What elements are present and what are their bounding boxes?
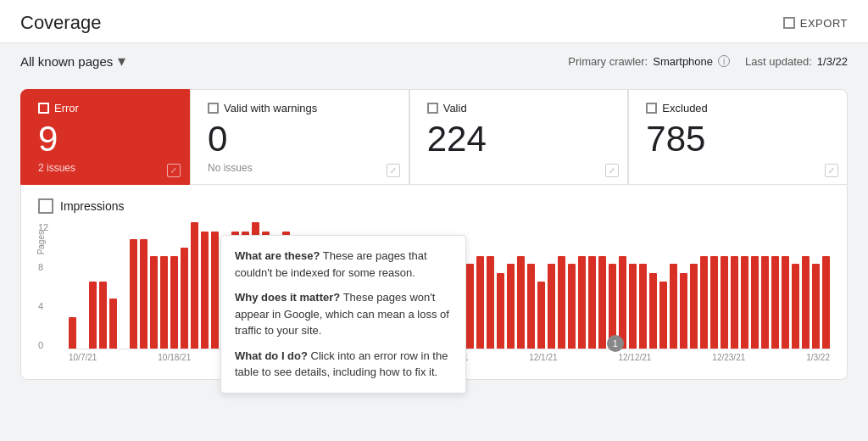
x-label-5: 12/1/21 [529, 353, 557, 362]
valid-card-header: Valid [427, 102, 611, 114]
impressions-label: Impressions [60, 199, 124, 213]
bar-14[interactable] [211, 232, 219, 349]
error-card-header: Error [38, 102, 172, 114]
bar-46[interactable] [537, 282, 545, 349]
bar-65[interactable] [731, 256, 738, 349]
bar-55[interactable] [629, 264, 637, 349]
primary-crawler-info-icon[interactable]: i [718, 55, 730, 67]
y-label-8: 8 [38, 262, 62, 272]
bar-43[interactable] [507, 264, 515, 349]
bar-7[interactable] [140, 239, 147, 349]
bar-54[interactable] [619, 256, 626, 349]
bar-9[interactable] [160, 256, 168, 349]
bar-49[interactable] [568, 264, 576, 349]
bar-11[interactable] [181, 248, 188, 349]
excluded-card-label: Excluded [662, 102, 707, 114]
bar-40[interactable] [476, 256, 484, 349]
primary-crawler-label: Primary crawler: [568, 55, 648, 68]
bar-6[interactable] [130, 239, 137, 349]
error-card-checkbox-icon[interactable] [38, 103, 49, 114]
bar-67[interactable] [751, 256, 759, 349]
y-label-pages: Pages [36, 231, 46, 254]
bar-48[interactable] [558, 256, 565, 349]
pages-dropdown[interactable]: All known pages ▾ [20, 52, 125, 70]
bar-69[interactable] [771, 256, 779, 349]
last-updated-value: 1/3/22 [817, 55, 848, 68]
tooltip: What are these? These are pages that cou… [220, 235, 466, 394]
error-card-subtitle: 2 issues [38, 162, 172, 174]
valid-warnings-card-number: 0 [208, 120, 392, 159]
valid-card: Valid 224 ⤢ [409, 89, 629, 185]
cards-row: Error 9 2 issues ⤢ Valid with warnings 0… [20, 89, 848, 185]
bar-66[interactable] [741, 256, 748, 349]
valid-warnings-card-checkbox-icon[interactable] [208, 103, 219, 114]
bar-10[interactable] [170, 256, 178, 349]
bar-2[interactable] [89, 282, 97, 349]
dropdown-label: All known pages [20, 54, 113, 69]
excluded-card-checkbox-icon[interactable] [646, 103, 657, 114]
x-label-6: 12/12/21 [618, 353, 651, 362]
circle-marker[interactable]: 1 [607, 335, 624, 352]
bar-4[interactable] [109, 299, 117, 349]
bar-0[interactable] [69, 317, 76, 349]
bar-45[interactable] [527, 264, 535, 349]
chart-area: Impressions Pages 12 8 4 0 1 [20, 185, 848, 380]
bar-41[interactable] [487, 256, 494, 349]
bar-8[interactable] [150, 256, 158, 349]
bar-51[interactable] [588, 256, 596, 349]
tooltip-p2: Why does it matter? These pages won't ap… [235, 289, 452, 339]
tooltip-p3: What do I do? Click into an error row in… [235, 348, 452, 381]
valid-card-number: 224 [427, 120, 611, 159]
excluded-card: Excluded 785 ⤢ [628, 89, 848, 185]
bar-71[interactable] [792, 264, 799, 349]
valid-warnings-card-header: Valid with warnings [208, 102, 392, 114]
subheader-right: Primary crawler: Smartphone i Last updat… [568, 55, 848, 68]
bar-57[interactable] [649, 273, 657, 349]
bar-42[interactable] [497, 273, 504, 349]
x-label-1: 10/18/21 [158, 353, 191, 362]
bar-60[interactable] [680, 273, 687, 349]
bar-61[interactable] [690, 264, 698, 349]
valid-warnings-card-expand-icon[interactable]: ⤢ [387, 164, 400, 177]
bar-73[interactable] [812, 264, 820, 349]
export-label: EXPORT [800, 17, 848, 30]
bar-44[interactable] [517, 256, 525, 349]
bar-13[interactable] [201, 232, 209, 349]
chart-top: Impressions [38, 198, 830, 214]
chart-y-labels: Pages 12 8 4 0 [38, 222, 62, 350]
bar-74[interactable] [822, 256, 830, 349]
tooltip-p1: What are these? These are pages that cou… [235, 248, 452, 281]
bar-72[interactable] [802, 256, 810, 349]
bar-64[interactable] [721, 256, 728, 349]
valid-card-checkbox-icon[interactable] [427, 103, 438, 114]
bar-68[interactable] [761, 256, 769, 349]
valid-card-label: Valid [443, 102, 467, 114]
excluded-card-header: Excluded [646, 102, 830, 114]
excluded-card-number: 785 [646, 120, 830, 159]
circle-marker-label: 1 [613, 338, 618, 349]
bar-3[interactable] [99, 282, 107, 349]
tooltip-q2-bold: Why does it matter? [235, 291, 340, 304]
tooltip-q1-bold: What are these? [235, 249, 320, 262]
x-label-0: 10/7/21 [69, 353, 97, 362]
bar-56[interactable] [639, 264, 647, 349]
error-card-expand-icon[interactable]: ⤢ [167, 164, 181, 177]
bar-63[interactable] [710, 256, 718, 349]
bar-50[interactable] [578, 256, 586, 349]
bar-59[interactable] [670, 264, 677, 349]
bar-70[interactable] [782, 256, 789, 349]
bar-58[interactable] [659, 282, 667, 349]
error-card-label: Error [54, 102, 79, 114]
tooltip-q3-bold: What do I do? [235, 349, 308, 362]
valid-card-expand-icon[interactable]: ⤢ [605, 164, 619, 177]
valid-warnings-card: Valid with warnings 0 No issues ⤢ [190, 89, 409, 185]
impressions-checkbox-icon[interactable] [38, 198, 53, 214]
bar-12[interactable] [191, 222, 198, 349]
bar-62[interactable] [700, 256, 708, 349]
bar-39[interactable] [466, 264, 474, 349]
bar-52[interactable] [598, 256, 606, 349]
bar-47[interactable] [548, 264, 555, 349]
excluded-card-expand-icon[interactable]: ⤢ [825, 164, 838, 177]
valid-warnings-card-subtitle: No issues [208, 162, 392, 174]
export-button[interactable]: EXPORT [783, 17, 848, 30]
